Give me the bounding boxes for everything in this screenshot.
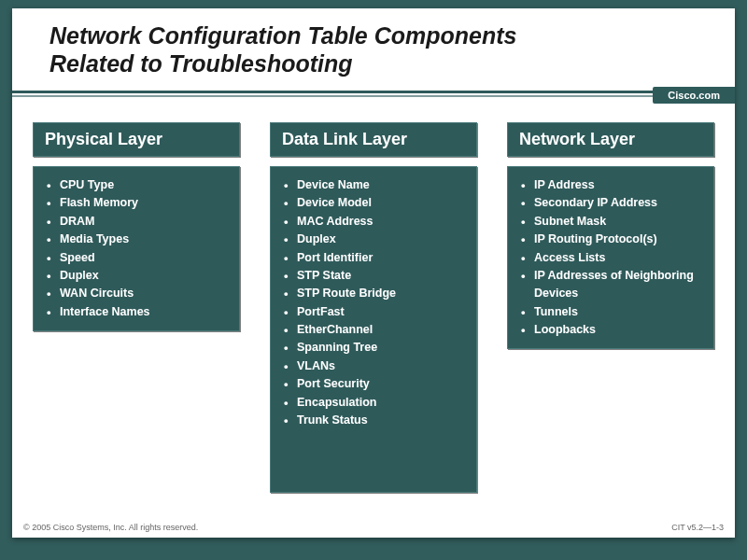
list-item: WAN Circuits xyxy=(47,285,232,302)
list-item: Device Model xyxy=(284,194,469,212)
list-item: STP Route Bridge xyxy=(284,285,469,302)
list-item: Subnet Mask xyxy=(521,213,706,231)
list-item: EtherChannel xyxy=(284,321,469,339)
column-physical-layer: Physical Layer CPU Type Flash Memory DRA… xyxy=(33,122,240,331)
list-item: Secondary IP Address xyxy=(521,194,706,212)
list-item: MAC Address xyxy=(284,213,469,231)
column-network-layer: Network Layer IP Address Secondary IP Ad… xyxy=(507,122,714,349)
list-item: DRAM xyxy=(47,213,232,231)
column-data-link-layer: Data Link Layer Device Name Device Model… xyxy=(270,122,477,493)
list-item: VLANs xyxy=(284,357,469,375)
list-item: Encapsulation xyxy=(284,394,469,412)
title-block: Network Configuration Table Components R… xyxy=(12,8,735,83)
list-item: PortFast xyxy=(284,303,469,321)
list-item: Device Name xyxy=(284,176,469,194)
column-body: IP Address Secondary IP Address Subnet M… xyxy=(507,166,714,349)
list-item: Duplex xyxy=(284,231,469,248)
list-item: Access Lists xyxy=(521,249,706,267)
slide-card: Network Configuration Table Components R… xyxy=(12,8,735,538)
title-line-2: Related to Troubleshooting xyxy=(49,50,353,77)
list-item: IP Routing Protocol(s) xyxy=(521,231,706,248)
list-item: Loopbacks xyxy=(521,321,706,339)
column-header: Data Link Layer xyxy=(270,122,477,157)
list-item: Flash Memory xyxy=(47,194,232,212)
list-item: Duplex xyxy=(47,267,232,285)
list-item: Interface Names xyxy=(47,303,232,321)
list-item: Media Types xyxy=(47,231,232,248)
footer-slideref: CIT v5.2—1-3 xyxy=(671,523,724,532)
column-header: Network Layer xyxy=(507,122,714,157)
list-item: Speed xyxy=(47,249,232,267)
list-item: STP State xyxy=(284,267,469,285)
list-item: IP Address xyxy=(521,176,706,194)
title-line-1: Network Configuration Table Components xyxy=(49,22,516,49)
column-header: Physical Layer xyxy=(33,122,240,157)
list-item: Port Security xyxy=(284,375,469,393)
brand-tab: Cisco.com xyxy=(653,87,735,104)
column-body: CPU Type Flash Memory DRAM Media Types S… xyxy=(33,166,240,331)
list-item: Trunk Status xyxy=(284,412,469,429)
list-item: IP Addresses of Neighboring Devices xyxy=(521,267,706,303)
slide-title: Network Configuration Table Components R… xyxy=(49,21,698,77)
list-item: CPU Type xyxy=(47,176,232,194)
list-item: Spanning Tree xyxy=(284,339,469,357)
list-item: Tunnels xyxy=(521,303,706,321)
column-body: Device Name Device Model MAC Address Dup… xyxy=(270,166,477,493)
footer-copyright: © 2005 Cisco Systems, Inc. All rights re… xyxy=(23,523,198,532)
divider-bar: Cisco.com xyxy=(12,87,735,107)
columns-container: Physical Layer CPU Type Flash Memory DRA… xyxy=(12,107,735,493)
list-item: Port Identifier xyxy=(284,249,469,267)
